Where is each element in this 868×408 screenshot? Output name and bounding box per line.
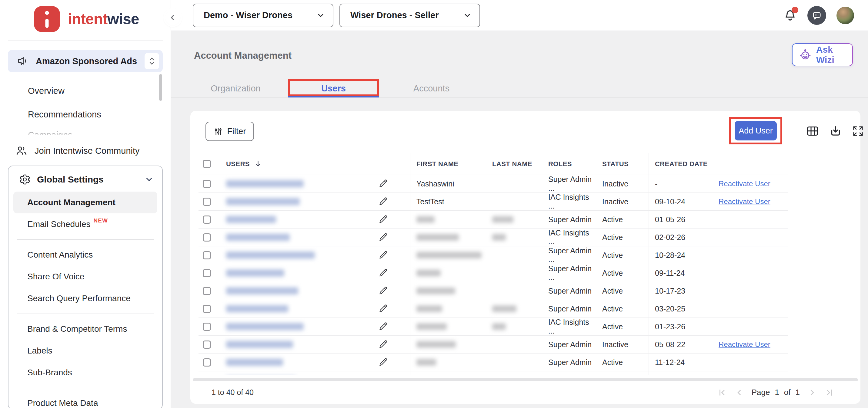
redacted-email-link[interactable] — [226, 251, 315, 259]
redacted-email-link[interactable] — [226, 180, 304, 188]
edit-user-icon[interactable] — [378, 267, 389, 278]
user-email-cell — [220, 353, 410, 371]
row-checkbox[interactable] — [203, 269, 211, 277]
column-header-roles[interactable]: ROLES — [542, 153, 596, 175]
settings-item-label: Share Of Voice — [27, 272, 84, 281]
sidebar-item-overview[interactable]: Overview — [0, 79, 170, 103]
user-email-cell — [220, 282, 410, 300]
row-checkbox[interactable] — [203, 340, 211, 349]
filter-button[interactable]: Filter — [206, 122, 254, 141]
redacted-email-link[interactable] — [226, 198, 300, 205]
reactivate-user-link[interactable]: Reactivate User — [719, 340, 770, 349]
redacted-email-link[interactable] — [226, 234, 290, 241]
last-page-icon[interactable] — [825, 388, 834, 397]
edit-user-icon[interactable] — [378, 285, 389, 296]
user-avatar[interactable] — [836, 7, 854, 24]
profile-dropdown[interactable]: Wiser Drones - Seller — [339, 4, 480, 27]
tab-users[interactable]: Users — [285, 79, 382, 98]
column-header-created-date[interactable]: CREATED DATE — [649, 153, 711, 175]
settings-item-label: Sub-Brands — [27, 368, 72, 377]
ask-wizi-button[interactable]: Ask Wizi — [792, 43, 853, 66]
row-checkbox[interactable] — [203, 233, 211, 241]
first-page-icon[interactable] — [718, 388, 727, 397]
roles-cell-text: IAC Insights ... — [548, 229, 596, 246]
edit-user-icon[interactable] — [378, 356, 389, 368]
redacted-email-link[interactable] — [226, 341, 293, 348]
row-checkbox[interactable] — [203, 198, 211, 206]
sort-descending-icon[interactable] — [254, 160, 262, 168]
global-settings-header[interactable]: Global Settings — [8, 166, 162, 191]
settings-item-product-meta-data[interactable]: Product Meta Data — [13, 392, 157, 408]
chat-button[interactable] — [807, 6, 826, 25]
sidebar-item-campaigns[interactable]: Campaigns — [0, 126, 170, 135]
row-checkbox[interactable] — [203, 215, 211, 224]
sidebar-item-recommendations[interactable]: Recommendations — [0, 103, 170, 126]
redacted-email-link[interactable] — [226, 305, 288, 312]
row-checkbox[interactable] — [203, 180, 211, 188]
sidebar-scrollbar[interactable] — [159, 74, 162, 101]
sidebar-item-join-community[interactable]: Join Intentwise Community — [0, 139, 170, 161]
column-header-users[interactable]: USERS — [220, 153, 410, 175]
edit-user-icon[interactable] — [378, 178, 389, 189]
settings-item-content-analytics[interactable]: Content Analytics — [13, 244, 157, 266]
previous-page-icon[interactable] — [735, 388, 744, 397]
account-dropdown[interactable]: Demo - Wiser Drones — [193, 4, 333, 27]
next-page-icon[interactable] — [808, 388, 817, 397]
add-user-button[interactable]: Add User — [735, 121, 777, 140]
total-pages: 1 — [796, 388, 800, 397]
row-checkbox[interactable] — [203, 359, 211, 367]
row-checkbox[interactable] — [203, 305, 211, 313]
redacted-email-link[interactable] — [226, 269, 284, 277]
column-header-actions[interactable] — [711, 153, 788, 175]
settings-item-search-query-performance[interactable]: Search Query Performance — [13, 287, 157, 309]
expand-icon[interactable] — [851, 125, 864, 137]
redacted-email-link[interactable] — [226, 287, 298, 295]
edit-user-icon[interactable] — [378, 249, 389, 260]
row-checkbox[interactable] — [203, 287, 211, 295]
settings-item-labels[interactable]: Labels — [13, 340, 157, 362]
settings-item-share-of-voice[interactable]: Share Of Voice — [13, 266, 157, 287]
edit-user-icon[interactable] — [378, 339, 389, 349]
table-body: YashaswiniSuper Admin ...Inactive-Reacti… — [198, 175, 788, 375]
sidebar-collapse-button[interactable] — [165, 10, 180, 25]
table-columns-icon[interactable] — [806, 124, 819, 138]
edit-user-icon[interactable] — [378, 196, 389, 207]
settings-item-brand-competitor-terms[interactable]: Brand & Competitor Terms — [13, 318, 157, 340]
reactivate-user-link[interactable]: Reactivate User — [719, 197, 770, 206]
column-header-last-name[interactable]: LAST NAME — [486, 153, 542, 175]
edit-user-icon[interactable] — [378, 214, 389, 225]
status-cell: Active — [596, 282, 649, 300]
download-icon[interactable] — [829, 124, 842, 138]
join-community-label: Join Intentwise Community — [35, 146, 140, 156]
row-checkbox[interactable] — [203, 322, 211, 331]
first-name-cell — [410, 300, 486, 317]
edit-user-icon[interactable] — [378, 321, 389, 332]
redacted-email-link[interactable] — [226, 216, 276, 223]
last-name-cell — [486, 282, 542, 300]
settings-item-email-schedules[interactable]: Email SchedulesNEW — [13, 213, 157, 235]
settings-item-sub-brands[interactable]: Sub-Brands — [13, 362, 157, 383]
redacted-email-link[interactable] — [226, 359, 283, 366]
reactivate-user-link[interactable]: Reactivate User — [719, 179, 770, 188]
roles-cell-text: Super Admin — [548, 358, 592, 367]
redacted-text — [416, 305, 442, 312]
app-switcher[interactable]: Amazon Sponsored Ads — [8, 50, 163, 72]
notifications-button[interactable] — [783, 8, 797, 23]
edit-user-icon[interactable] — [378, 303, 389, 314]
select-all-checkbox[interactable] — [203, 160, 211, 168]
settings-item-account-management[interactable]: Account Management — [13, 192, 157, 213]
page-label: Page — [752, 388, 770, 397]
table-tools — [806, 124, 864, 138]
roles-cell-text: Super Admin ... — [548, 246, 596, 264]
horizontal-scrollbar[interactable] — [193, 378, 858, 381]
column-header-first-name[interactable]: FIRST NAME — [410, 153, 486, 175]
column-header-status[interactable]: STATUS — [596, 153, 649, 175]
edit-user-icon[interactable] — [378, 232, 389, 242]
tab-organization[interactable]: Organization — [187, 79, 285, 98]
status-cell-text: Active — [602, 286, 623, 296]
redacted-text — [416, 323, 447, 330]
tab-accounts[interactable]: Accounts — [382, 79, 480, 98]
row-checkbox[interactable] — [203, 251, 211, 260]
app-switcher-toggle-icon[interactable] — [145, 53, 159, 69]
redacted-email-link[interactable] — [226, 323, 304, 330]
